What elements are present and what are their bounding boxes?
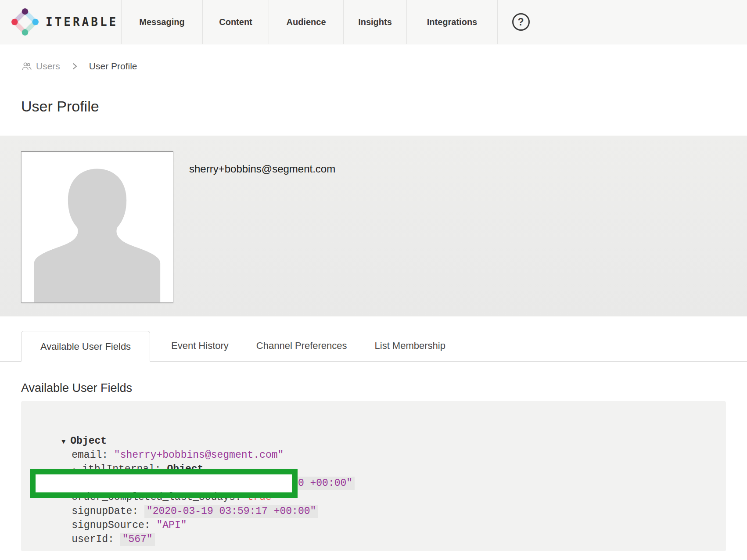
nav-item-messaging[interactable]: Messaging	[122, 0, 203, 44]
section-heading: Available User Fields	[21, 381, 747, 395]
tab-list-membership[interactable]: List Membership	[361, 330, 459, 361]
user-fields-json-viewer: ▼Object email: "sherry+bobbins@segment.c…	[21, 401, 726, 551]
profile-tabs: Available User Fields Event History Chan…	[0, 330, 747, 362]
json-root-label: Object	[70, 435, 107, 447]
nav-item-integrations[interactable]: Integrations	[407, 0, 498, 44]
nav-item-audience[interactable]: Audience	[269, 0, 344, 44]
avatar	[21, 151, 173, 303]
nav-item-insights[interactable]: Insights	[344, 0, 407, 44]
order-completed-value: true	[248, 492, 272, 503]
json-row-order-completed: order_completed_last_30days: true	[21, 476, 726, 490]
help-menu[interactable]: ?	[498, 0, 544, 44]
iterable-logo-icon	[11, 7, 40, 36]
chevron-right-icon	[72, 62, 78, 71]
signupdate-value: "2020-03-19 03:59:17 +00:00"	[144, 505, 318, 518]
breadcrumb-current-label: User Profile	[89, 61, 137, 72]
json-root-row: ▼Object	[21, 420, 726, 434]
collapse-triangle-icon[interactable]: ▼	[61, 435, 70, 449]
tab-channel-preferences[interactable]: Channel Preferences	[243, 330, 361, 361]
breadcrumb: Users User Profile	[21, 60, 747, 72]
breadcrumb-parent-label: Users	[36, 61, 60, 72]
email-value: "sherry+bobbins@segment.com"	[114, 449, 284, 461]
userid-value: "567"	[120, 533, 155, 546]
signupsource-value: "API"	[156, 520, 187, 531]
page-title: User Profile	[21, 98, 747, 115]
tab-event-history[interactable]: Event History	[158, 330, 242, 361]
profile-hero: sherry+bobbins@segment.com	[0, 136, 747, 316]
breadcrumb-users-link[interactable]: Users	[21, 61, 60, 72]
top-navigation: ITERABLE Messaging Content Audience Insi…	[0, 0, 747, 44]
brand-name: ITERABLE	[46, 15, 118, 29]
brand-logo[interactable]: ITERABLE	[0, 0, 122, 44]
users-icon	[21, 61, 32, 72]
nav-item-content[interactable]: Content	[203, 0, 269, 44]
json-row-email: email: "sherry+bobbins@segment.com"	[21, 434, 726, 448]
user-email: sherry+bobbins@segment.com	[189, 163, 335, 175]
help-icon[interactable]: ?	[512, 13, 530, 31]
tab-available-user-fields[interactable]: Available User Fields	[21, 331, 150, 362]
